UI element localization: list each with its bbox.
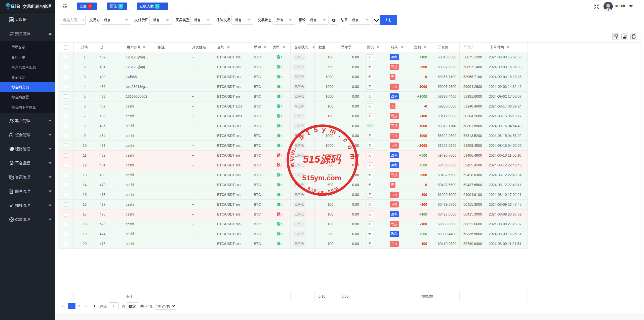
svg-text:515ym.com: 515ym.com xyxy=(302,174,341,182)
svg-text:515源码: 515源码 xyxy=(303,153,342,165)
